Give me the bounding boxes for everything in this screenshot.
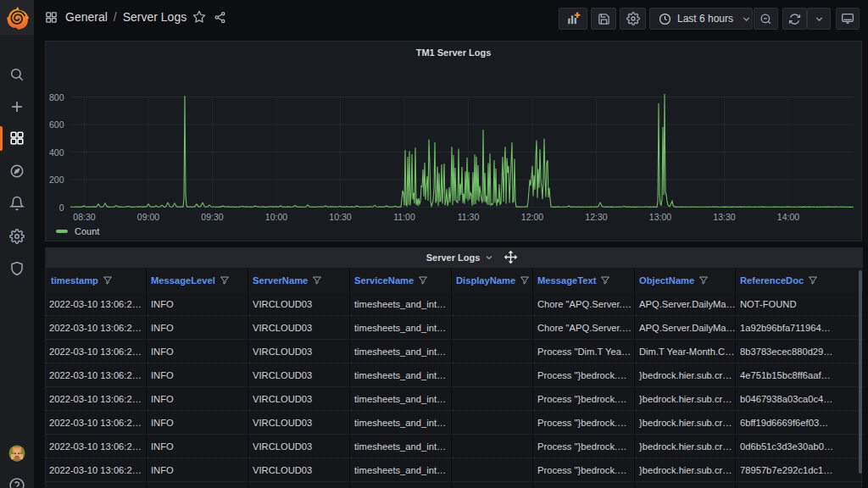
svg-text:08:30: 08:30 [73, 212, 95, 222]
svg-text:11:00: 11:00 [393, 212, 415, 222]
svg-text:10:30: 10:30 [329, 212, 351, 222]
svg-text:09:00: 09:00 [137, 212, 159, 222]
svg-text:0: 0 [59, 202, 64, 213]
svg-text:13:00: 13:00 [649, 212, 671, 222]
svg-text:10:00: 10:00 [265, 212, 287, 222]
svg-text:14:00: 14:00 [777, 212, 799, 222]
svg-text:600: 600 [49, 119, 64, 130]
svg-text:400: 400 [49, 147, 64, 158]
svg-text:200: 200 [49, 175, 64, 185]
svg-text:11:30: 11:30 [458, 212, 480, 222]
svg-text:800: 800 [49, 92, 64, 103]
svg-text:12:00: 12:00 [521, 212, 543, 222]
svg-text:09:30: 09:30 [201, 212, 223, 222]
svg-text:13:30: 13:30 [713, 212, 735, 222]
svg-text:12:30: 12:30 [585, 212, 607, 222]
